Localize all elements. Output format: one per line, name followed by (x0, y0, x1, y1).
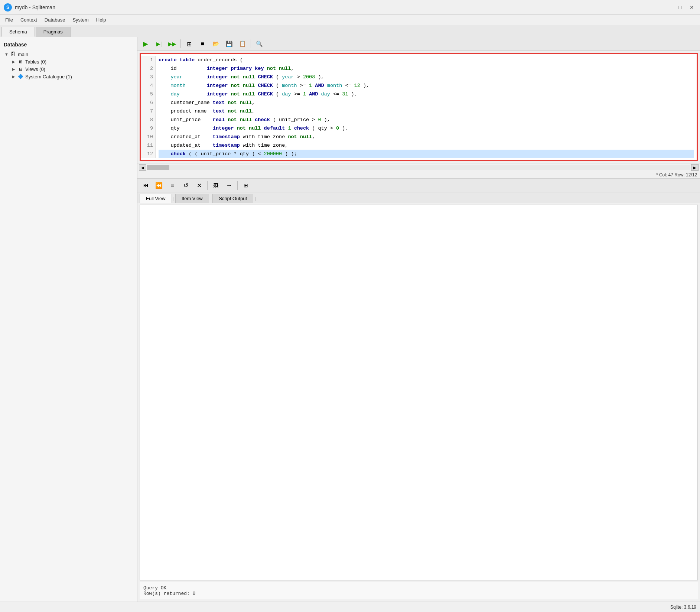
view-tab-sep-2: | (211, 196, 212, 201)
app-logo: S (4, 3, 12, 12)
tree-toggle-tables: ▶ (12, 59, 17, 64)
close-button[interactable]: ✕ (687, 3, 696, 12)
tree-item-tables[interactable]: ▶ ⊞ Tables (0) (10, 58, 134, 65)
maximize-button[interactable]: □ (675, 3, 684, 12)
tree-toggle-system: ▶ (12, 74, 17, 79)
bt-image[interactable]: 🖼 (210, 180, 222, 191)
tree-toggle-main: ▼ (4, 52, 10, 56)
line-num-1: 1 (143, 56, 153, 64)
query-result: Query OK Row(s) returned: 0 (140, 582, 698, 599)
window-title: mydb - Sqliteman (15, 4, 664, 10)
tab-item-view[interactable]: Item View (175, 194, 209, 203)
menu-system[interactable]: System (69, 16, 92, 23)
bt-refresh[interactable]: ↺ (180, 180, 192, 191)
views-icon: ⊟ (17, 66, 24, 72)
toolbar-sep-1 (180, 39, 181, 48)
line-num-9: 9 (143, 124, 153, 133)
menu-help[interactable]: Help (92, 16, 110, 23)
title-bar: S mydb - Sqliteman — □ ✕ (0, 0, 700, 15)
window-controls: — □ ✕ (664, 3, 696, 12)
editor-status-bar: * Col: 47 Row: 12/12 (137, 172, 700, 179)
run-file-button[interactable]: ▶| (153, 39, 165, 49)
tab-full-view[interactable]: Full View (140, 194, 172, 203)
cursor-position: * Col: 47 Row: 12/12 (656, 172, 697, 178)
tree-label-tables: Tables (0) (25, 59, 46, 65)
menu-database[interactable]: Database (41, 16, 69, 23)
line-num-12: 12 (143, 150, 153, 158)
tree-item-main[interactable]: ▼ 🗄 main (3, 51, 134, 58)
tree-item-system[interactable]: ▶ 🔷 System Catalogue (1) (10, 73, 134, 80)
code-line-5: day integer not null CHECK ( day >= 1 AN… (159, 90, 694, 98)
scroll-left-button[interactable]: ◀ (139, 164, 146, 171)
menu-context[interactable]: Context (17, 16, 41, 23)
tree-toggle-views: ▶ (12, 67, 17, 72)
tab-script-output[interactable]: Script Output (212, 194, 253, 203)
grid-button[interactable]: ⊞ (183, 39, 195, 49)
bt-first[interactable]: ⏮ (140, 180, 152, 191)
system-icon: 🔷 (17, 74, 24, 79)
line-num-5: 5 (143, 90, 153, 98)
right-panel: ▶ ▶| ▶▶ ⊞ ■ 📂 💾 📋 🔍 1 2 3 (137, 37, 700, 602)
bt-grid[interactable]: ⊞ (240, 180, 252, 191)
sql-editor-container: 1 2 3 4 5 6 7 8 9 10 11 12 (140, 53, 698, 161)
bottom-toolbar: ⏮ ⏪ ≡ ↺ ✕ 🖼 → ⊞ (137, 179, 700, 192)
code-line-2: id integer primary key not null, (159, 64, 694, 73)
menu-bar: File Context Database System Help (0, 15, 700, 25)
code-area[interactable]: create table order_records ( id integer … (156, 56, 697, 158)
search-button[interactable]: 🔍 (253, 39, 265, 49)
menu-file[interactable]: File (1, 16, 17, 23)
code-line-1: create table order_records ( (159, 56, 694, 64)
line-num-3: 3 (143, 73, 153, 81)
sidebar-header: Database (3, 40, 134, 51)
save-as-button[interactable]: 📋 (237, 39, 248, 49)
sql-editor[interactable]: 1 2 3 4 5 6 7 8 9 10 11 12 (141, 54, 697, 160)
bt-sep-1 (207, 181, 208, 190)
sqlite-version: Sqlite: 3.6.19 (670, 605, 696, 610)
minimize-button[interactable]: — (664, 3, 673, 12)
main-container: Schema Pragmas Database ▼ 🗄 main ▶ ⊞ Tab… (0, 25, 700, 612)
line-num-6: 6 (143, 98, 153, 107)
line-numbers: 1 2 3 4 5 6 7 8 9 10 11 12 (141, 56, 156, 158)
stop-button[interactable]: ■ (196, 39, 208, 49)
code-line-6: customer_name text not null, (159, 98, 694, 107)
bt-delete[interactable]: ✕ (193, 180, 205, 191)
content-area: Database ▼ 🗄 main ▶ ⊞ Tables (0) ▶ ⊟ (0, 37, 700, 602)
code-line-7: product_name text not null, (159, 107, 694, 115)
code-line-8: unit_price real not null check ( unit_pr… (159, 115, 694, 124)
line-num-4: 4 (143, 81, 153, 90)
tab-schema[interactable]: Schema (1, 27, 35, 37)
scroll-right-button[interactable]: ▶ (691, 164, 699, 171)
bt-list[interactable]: ≡ (166, 180, 178, 191)
tree-item-views[interactable]: ▶ ⊟ Views (0) (10, 65, 134, 73)
sidebar: Database ▼ 🗄 main ▶ ⊞ Tables (0) ▶ ⊟ (0, 37, 137, 602)
code-line-9: qty integer not null default 1 check ( q… (159, 124, 694, 133)
tree-label-main: main (18, 52, 28, 57)
tab-pragmas[interactable]: Pragmas (36, 27, 71, 37)
scroll-track[interactable] (147, 165, 690, 170)
output-area (140, 205, 698, 580)
database-icon: 🗄 (10, 51, 16, 57)
tables-icon: ⊞ (17, 59, 24, 65)
run-all-button[interactable]: ▶▶ (166, 39, 178, 49)
run-button[interactable]: ▶ (140, 39, 152, 49)
code-line-3: year integer not null CHECK ( year > 200… (159, 73, 694, 81)
save-button[interactable]: 💾 (223, 39, 235, 49)
view-tab-sep-1: | (173, 196, 175, 201)
view-tabs: Full View | Item View | Script Output | (137, 192, 700, 203)
code-line-10: created_at timestamp with time zone not … (159, 133, 694, 141)
open-button[interactable]: 📂 (210, 39, 222, 49)
line-num-11: 11 (143, 141, 153, 150)
bt-arrow[interactable]: → (223, 180, 235, 191)
code-line-11: updated_at timestamp with time zone, (159, 141, 694, 150)
query-result-line2: Row(s) returned: 0 (143, 591, 694, 596)
status-bar: Sqlite: 3.6.19 (0, 602, 700, 612)
tree-children-main: ▶ ⊞ Tables (0) ▶ ⊟ Views (0) ▶ 🔷 System … (10, 58, 134, 80)
code-line-12: check ( ( unit_price * qty ) < 200000 ) … (159, 150, 694, 158)
top-tab-bar: Schema Pragmas (0, 25, 700, 37)
bt-prev[interactable]: ⏪ (153, 180, 165, 191)
line-num-2: 2 (143, 64, 153, 73)
toolbar-sep-2 (251, 39, 251, 48)
line-num-8: 8 (143, 115, 153, 124)
line-num-7: 7 (143, 107, 153, 115)
code-line-4: month integer not null CHECK ( month >= … (159, 81, 694, 90)
